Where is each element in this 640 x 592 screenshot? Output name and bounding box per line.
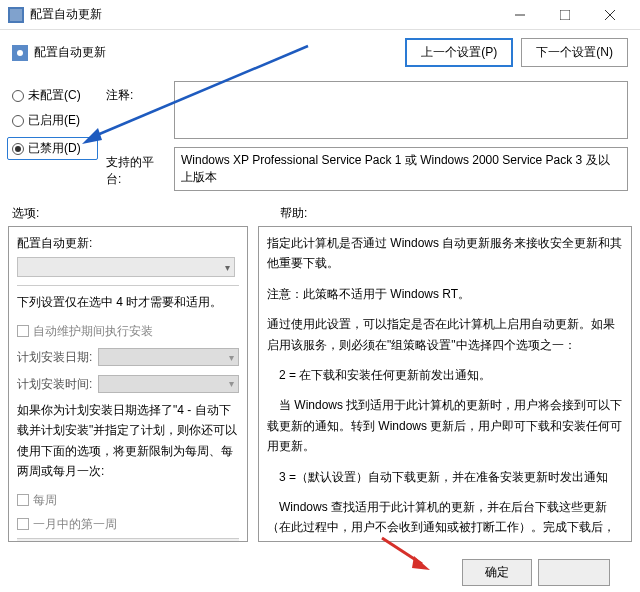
platform-value: Windows XP Professional Service Pack 1 或…: [174, 147, 628, 191]
window-title: 配置自动更新: [30, 6, 497, 23]
svg-marker-11: [412, 556, 430, 570]
help-text: 指定此计算机是否通过 Windows 自动更新服务来接收安全更新和其他重要下载。: [267, 233, 623, 274]
page-title: 配置自动更新: [34, 44, 106, 61]
radio-icon: [12, 115, 24, 127]
checkbox-first-week[interactable]: 一月中的第一周: [17, 514, 239, 534]
help-text: 3 =（默认设置）自动下载更新，并在准备安装更新时发出通知: [267, 467, 623, 487]
sched-note: 如果你为计划安装日期选择了"4 - 自动下载并计划安装"并指定了计划，则你还可以…: [17, 400, 239, 482]
update-mode-select[interactable]: [17, 257, 235, 277]
maximize-button[interactable]: [542, 1, 587, 29]
secondary-button[interactable]: [538, 559, 610, 586]
options-title: 配置自动更新:: [17, 233, 239, 253]
sched-date-select[interactable]: [98, 348, 239, 366]
close-button[interactable]: [587, 1, 632, 29]
help-label: 帮助:: [262, 205, 628, 222]
sched-date-label: 计划安装日期:: [17, 347, 92, 367]
radio-disabled[interactable]: 已禁用(D): [7, 137, 98, 160]
svg-rect-1: [10, 9, 22, 21]
minimize-button[interactable]: [497, 1, 542, 29]
radio-icon: [12, 90, 24, 102]
checkbox-weekly[interactable]: 每周: [17, 490, 239, 510]
help-text: Windows 查找适用于此计算机的更新，并在后台下载这些更新（在此过程中，用户…: [267, 497, 623, 542]
options-scrollbar[interactable]: ◂: [17, 538, 239, 542]
next-setting-button[interactable]: 下一个设置(N): [521, 38, 628, 67]
app-icon: [8, 7, 24, 23]
comment-input[interactable]: [174, 81, 628, 139]
comment-label: 注释:: [106, 87, 166, 104]
checkbox-icon: [17, 494, 29, 506]
options-note: 下列设置仅在选中 4 时才需要和适用。: [17, 292, 239, 312]
sched-time-label: 计划安装时间:: [17, 374, 92, 394]
ok-button[interactable]: 确定: [462, 559, 532, 586]
checkbox-icon: [17, 518, 29, 530]
svg-point-7: [17, 50, 23, 56]
prev-setting-button[interactable]: 上一个设置(P): [405, 38, 513, 67]
options-label: 选项:: [12, 205, 262, 222]
checkbox-icon: [17, 325, 29, 337]
sched-time-select[interactable]: [98, 375, 239, 393]
options-panel: 配置自动更新: 下列设置仅在选中 4 时才需要和适用。 自动维护期间执行安装 计…: [8, 226, 248, 542]
svg-rect-3: [560, 10, 570, 20]
checkbox-maintenance[interactable]: 自动维护期间执行安装: [17, 321, 239, 341]
platform-label: 支持的平台:: [106, 154, 166, 188]
help-text: 2 = 在下载和安装任何更新前发出通知。: [267, 365, 623, 385]
setting-icon: [12, 45, 28, 61]
radio-not-configured[interactable]: 未配置(C): [12, 87, 98, 104]
help-panel: 指定此计算机是否通过 Windows 自动更新服务来接收安全更新和其他重要下载。…: [258, 226, 632, 542]
help-text: 当 Windows 找到适用于此计算机的更新时，用户将会接到可以下载更新的通知。…: [267, 395, 623, 456]
radio-enabled[interactable]: 已启用(E): [12, 112, 98, 129]
help-text: 通过使用此设置，可以指定是否在此计算机上启用自动更新。如果启用该服务，则必须在"…: [267, 314, 623, 355]
help-text: 注意：此策略不适用于 Windows RT。: [267, 284, 623, 304]
radio-icon: [12, 143, 24, 155]
